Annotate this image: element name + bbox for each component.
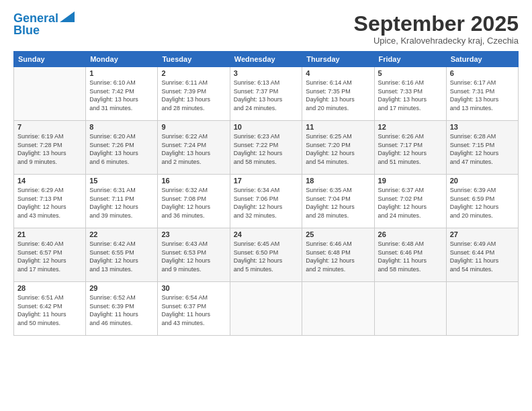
day-info: Sunrise: 6:13 AMSunset: 7:37 PMDaylight:… (234, 79, 299, 112)
calendar-cell: 15Sunrise: 6:31 AMSunset: 7:11 PMDayligh… (86, 175, 158, 228)
svg-marker-0 (60, 11, 75, 22)
calendar-cell: 25Sunrise: 6:46 AMSunset: 6:48 PMDayligh… (302, 228, 374, 282)
calendar-cell: 17Sunrise: 6:34 AMSunset: 7:06 PMDayligh… (230, 175, 302, 228)
day-number: 14 (17, 177, 82, 185)
day-info: Sunrise: 6:52 AMSunset: 6:39 PMDaylight:… (89, 293, 154, 327)
day-info: Sunrise: 6:28 AMSunset: 7:15 PMDaylight:… (450, 132, 515, 166)
calendar-week-3: 14Sunrise: 6:29 AMSunset: 7:13 PMDayligh… (14, 175, 519, 228)
calendar-cell: 29Sunrise: 6:52 AMSunset: 6:39 PMDayligh… (86, 282, 158, 336)
weekday-header-tuesday: Tuesday (158, 52, 230, 67)
calendar-cell: 9Sunrise: 6:22 AMSunset: 7:24 PMDaylight… (158, 121, 230, 175)
weekday-header-wednesday: Wednesday (230, 52, 302, 67)
day-number: 30 (161, 284, 226, 292)
calendar-cell: 30Sunrise: 6:54 AMSunset: 6:37 PMDayligh… (158, 282, 230, 336)
calendar-cell: 11Sunrise: 6:25 AMSunset: 7:20 PMDayligh… (302, 121, 374, 175)
calendar-cell: 10Sunrise: 6:23 AMSunset: 7:22 PMDayligh… (230, 121, 302, 175)
calendar-cell (14, 67, 86, 121)
day-info: Sunrise: 6:49 AMSunset: 6:44 PMDaylight:… (450, 240, 515, 273)
day-number: 11 (306, 123, 370, 131)
day-number: 18 (306, 177, 370, 185)
day-info: Sunrise: 6:26 AMSunset: 7:17 PMDaylight:… (378, 132, 443, 166)
day-info: Sunrise: 6:40 AMSunset: 6:57 PMDaylight:… (17, 240, 82, 273)
day-number: 25 (306, 230, 370, 238)
day-number: 5 (378, 69, 443, 77)
calendar-cell: 22Sunrise: 6:42 AMSunset: 6:55 PMDayligh… (86, 228, 158, 282)
day-number: 6 (450, 69, 515, 77)
calendar-cell: 28Sunrise: 6:51 AMSunset: 6:42 PMDayligh… (14, 282, 86, 336)
calendar-cell (374, 282, 446, 336)
calendar-cell: 16Sunrise: 6:32 AMSunset: 7:08 PMDayligh… (158, 175, 230, 228)
weekday-header-sunday: Sunday (14, 52, 86, 67)
weekday-header-thursday: Thursday (302, 52, 374, 67)
calendar-cell: 20Sunrise: 6:39 AMSunset: 6:59 PMDayligh… (446, 175, 518, 228)
day-info: Sunrise: 6:48 AMSunset: 6:46 PMDaylight:… (378, 240, 443, 273)
calendar-cell: 26Sunrise: 6:48 AMSunset: 6:46 PMDayligh… (374, 228, 446, 282)
day-number: 13 (450, 123, 515, 131)
day-info: Sunrise: 6:11 AMSunset: 7:39 PMDaylight:… (161, 79, 226, 112)
page: General Blue September 2025 Upice, Kralo… (0, 0, 532, 411)
day-info: Sunrise: 6:31 AMSunset: 7:11 PMDaylight:… (89, 186, 154, 220)
day-number: 28 (17, 284, 82, 292)
calendar-cell (230, 282, 302, 336)
day-number: 16 (161, 177, 226, 185)
day-number: 17 (234, 177, 299, 185)
calendar-cell: 5Sunrise: 6:16 AMSunset: 7:33 PMDaylight… (374, 67, 446, 121)
day-info: Sunrise: 6:43 AMSunset: 6:53 PMDaylight:… (161, 240, 226, 273)
day-info: Sunrise: 6:20 AMSunset: 7:26 PMDaylight:… (89, 132, 154, 166)
day-info: Sunrise: 6:51 AMSunset: 6:42 PMDaylight:… (17, 293, 82, 327)
day-number: 7 (17, 123, 82, 131)
day-info: Sunrise: 6:17 AMSunset: 7:31 PMDaylight:… (450, 79, 515, 112)
calendar-week-4: 21Sunrise: 6:40 AMSunset: 6:57 PMDayligh… (14, 228, 519, 282)
day-info: Sunrise: 6:35 AMSunset: 7:04 PMDaylight:… (306, 186, 370, 220)
month-title: September 2025 (354, 12, 519, 36)
calendar-cell: 3Sunrise: 6:13 AMSunset: 7:37 PMDaylight… (230, 67, 302, 121)
day-number: 10 (234, 123, 299, 131)
logo-blue-text: Blue (13, 24, 40, 36)
day-info: Sunrise: 6:54 AMSunset: 6:37 PMDaylight:… (161, 293, 226, 327)
calendar-cell: 27Sunrise: 6:49 AMSunset: 6:44 PMDayligh… (446, 228, 518, 282)
day-number: 8 (89, 123, 154, 131)
calendar-cell: 12Sunrise: 6:26 AMSunset: 7:17 PMDayligh… (374, 121, 446, 175)
day-info: Sunrise: 6:39 AMSunset: 6:59 PMDaylight:… (450, 186, 515, 220)
day-info: Sunrise: 6:29 AMSunset: 7:13 PMDaylight:… (17, 186, 82, 220)
day-info: Sunrise: 6:42 AMSunset: 6:55 PMDaylight:… (89, 240, 154, 273)
day-number: 29 (89, 284, 154, 292)
calendar-cell: 14Sunrise: 6:29 AMSunset: 7:13 PMDayligh… (14, 175, 86, 228)
day-number: 26 (378, 230, 443, 238)
location: Upice, Kralovehradecky kraj, Czechia (354, 36, 519, 46)
calendar-week-5: 28Sunrise: 6:51 AMSunset: 6:42 PMDayligh… (14, 282, 519, 336)
day-number: 27 (450, 230, 515, 238)
day-info: Sunrise: 6:46 AMSunset: 6:48 PMDaylight:… (306, 240, 370, 273)
header: General Blue September 2025 Upice, Kralo… (13, 12, 519, 46)
day-info: Sunrise: 6:34 AMSunset: 7:06 PMDaylight:… (234, 186, 299, 220)
calendar-body: 1Sunrise: 6:10 AMSunset: 7:42 PMDaylight… (14, 67, 519, 336)
day-number: 9 (161, 123, 226, 131)
weekday-header-monday: Monday (86, 52, 158, 67)
day-number: 3 (234, 69, 299, 77)
calendar-cell: 18Sunrise: 6:35 AMSunset: 7:04 PMDayligh… (302, 175, 374, 228)
day-number: 19 (378, 177, 443, 185)
day-info: Sunrise: 6:32 AMSunset: 7:08 PMDaylight:… (161, 186, 226, 220)
day-info: Sunrise: 6:25 AMSunset: 7:20 PMDaylight:… (306, 132, 370, 166)
day-info: Sunrise: 6:23 AMSunset: 7:22 PMDaylight:… (234, 132, 299, 166)
calendar-cell: 2Sunrise: 6:11 AMSunset: 7:39 PMDaylight… (158, 67, 230, 121)
calendar-header: SundayMondayTuesdayWednesdayThursdayFrid… (14, 52, 519, 67)
calendar-cell: 13Sunrise: 6:28 AMSunset: 7:15 PMDayligh… (446, 121, 518, 175)
calendar-cell: 4Sunrise: 6:14 AMSunset: 7:35 PMDaylight… (302, 67, 374, 121)
calendar-cell: 24Sunrise: 6:45 AMSunset: 6:50 PMDayligh… (230, 228, 302, 282)
day-number: 15 (89, 177, 154, 185)
calendar-cell: 21Sunrise: 6:40 AMSunset: 6:57 PMDayligh… (14, 228, 86, 282)
weekday-header-friday: Friday (374, 52, 446, 67)
day-info: Sunrise: 6:14 AMSunset: 7:35 PMDaylight:… (306, 79, 370, 112)
weekday-header-row: SundayMondayTuesdayWednesdayThursdayFrid… (14, 52, 519, 67)
title-block: September 2025 Upice, Kralovehradecky kr… (354, 12, 519, 46)
day-number: 1 (89, 69, 154, 77)
logo: General Blue (13, 12, 75, 36)
calendar-cell: 19Sunrise: 6:37 AMSunset: 7:02 PMDayligh… (374, 175, 446, 228)
calendar-week-1: 1Sunrise: 6:10 AMSunset: 7:42 PMDaylight… (14, 67, 519, 121)
day-number: 23 (161, 230, 226, 238)
weekday-header-saturday: Saturday (446, 52, 518, 67)
day-number: 12 (378, 123, 443, 131)
day-info: Sunrise: 6:45 AMSunset: 6:50 PMDaylight:… (234, 240, 299, 273)
day-number: 24 (234, 230, 299, 238)
